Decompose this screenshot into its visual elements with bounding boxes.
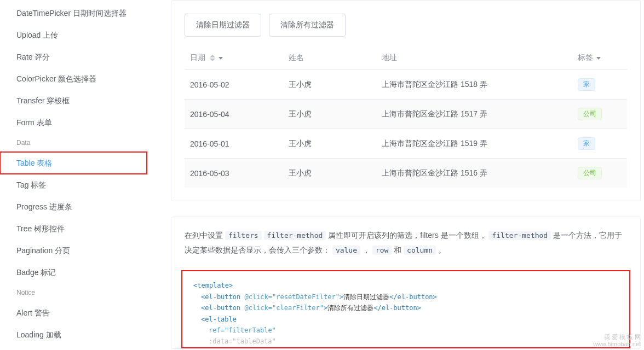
th-tag[interactable]: 标签	[572, 46, 627, 70]
watermark: 我 爱 模 板 网 www.5imoban.net	[593, 334, 641, 348]
cell-tag: 家	[572, 129, 627, 159]
code-token: ref	[209, 326, 221, 334]
cell-address: 上海市普陀区金沙江路 1516 弄	[376, 159, 572, 188]
desc-text-part: ，	[363, 246, 370, 254]
nav-tag[interactable]: Tag 标签	[16, 174, 161, 196]
code-tag-filters: filters	[225, 231, 262, 240]
code-tag-row: row	[372, 246, 392, 255]
cell-date: 2016-05-02	[185, 70, 283, 100]
code-token: 清除所有过滤器	[327, 304, 373, 312]
table-row: 2016-05-03王小虎上海市普陀区金沙江路 1516 弄公司	[185, 159, 627, 188]
code-token: ="filterTable"	[221, 326, 276, 334]
watermark-line: www.5imoban.net	[593, 341, 641, 348]
code-tag-column: column	[404, 246, 436, 255]
code-token: <el-button	[201, 304, 240, 312]
cell-date: 2016-05-03	[185, 159, 283, 188]
cell-name: 王小虎	[283, 70, 376, 100]
nav-alert[interactable]: Alert 警告	[16, 302, 161, 324]
cell-name: 王小虎	[283, 129, 376, 159]
code-token: </el-button>	[389, 293, 437, 301]
clear-all-filter-button[interactable]: 清除所有过滤器	[269, 14, 346, 37]
code-token: <el-table	[201, 316, 237, 323]
code-token: @click="resetDateFilter"	[240, 293, 340, 301]
code-tag-filter-method-2: filter-method	[488, 231, 551, 240]
code-token: @click="clearFilter"	[240, 304, 324, 312]
nav-loading[interactable]: Loading 加载	[16, 324, 161, 346]
table-row: 2016-05-01王小虎上海市普陀区金沙江路 1519 弄家	[185, 129, 627, 159]
cell-tag: 家	[572, 70, 627, 100]
filter-icon[interactable]	[596, 57, 601, 60]
th-tag-label: 标签	[578, 53, 593, 62]
main-content: 清除日期过滤器 清除所有过滤器 日期 姓名 地址 标签	[161, 0, 644, 349]
tag-badge: 家	[578, 78, 595, 91]
tag-badge: 公司	[578, 108, 602, 120]
description-text: 在列中设置 filters filter-method 属性即可开启该列的筛选，…	[185, 228, 627, 257]
nav-table[interactable]: Table 表格	[0, 152, 147, 174]
code-token: 清除日期过滤器	[343, 293, 389, 301]
nav-upload[interactable]: Upload 上传	[16, 24, 161, 46]
description-card: 在列中设置 filters filter-method 属性即可开启该列的筛选，…	[171, 217, 641, 349]
nav-rate[interactable]: Rate 评分	[16, 46, 161, 68]
table-row: 2016-05-02王小虎上海市普陀区金沙江路 1518 弄家	[185, 70, 627, 100]
code-token: </el-button>	[373, 304, 421, 312]
code-token: <el-button	[201, 293, 240, 301]
nav-datetimepicker[interactable]: DateTimePicker 日期时间选择器	[16, 2, 161, 24]
code-block: <template> <el-button @click="resetDateF…	[181, 270, 630, 348]
cell-address: 上海市普陀区金沙江路 1518 弄	[376, 70, 572, 100]
code-tag-filter-method: filter-method	[264, 231, 326, 240]
cell-address: 上海市普陀区金沙江路 1519 弄	[376, 129, 572, 159]
tag-badge: 公司	[578, 167, 602, 179]
th-date[interactable]: 日期	[185, 46, 283, 70]
watermark-line: 我 爱 模 板 网	[593, 334, 641, 341]
th-name: 姓名	[283, 46, 376, 70]
nav-tree[interactable]: Tree 树形控件	[16, 218, 161, 240]
tag-badge: 家	[578, 137, 595, 150]
code-token: ="tableData"	[228, 337, 276, 345]
nav-transfer[interactable]: Transfer 穿梭框	[16, 90, 161, 112]
data-table: 日期 姓名 地址 标签 2016-05-02王小虎上海市普陀区金沙江路 1518…	[185, 46, 627, 188]
desc-text-part: 。	[438, 246, 446, 254]
demo-card: 清除日期过滤器 清除所有过滤器 日期 姓名 地址 标签	[171, 0, 641, 201]
cell-address: 上海市普陀区金沙江路 1517 弄	[376, 100, 572, 129]
desc-text-part: 在列中设置	[185, 231, 223, 240]
nav-progress[interactable]: Progress 进度条	[16, 196, 161, 218]
nav-form[interactable]: Form 表单	[16, 112, 161, 133]
nav-group-notice: Notice	[16, 283, 161, 302]
nav-group-data: Data	[16, 133, 161, 152]
sort-icon[interactable]	[210, 55, 215, 61]
cell-tag: 公司	[572, 100, 627, 129]
reset-date-filter-button[interactable]: 清除日期过滤器	[185, 14, 261, 37]
nav-badge[interactable]: Badge 标记	[16, 261, 161, 283]
cell-date: 2016-05-01	[185, 129, 283, 159]
desc-text-part: 属性即可开启该列的筛选，filters 是一个数组，	[328, 231, 486, 240]
cell-tag: 公司	[572, 159, 627, 188]
cell-name: 王小虎	[283, 159, 376, 188]
filter-icon[interactable]	[219, 57, 223, 60]
sidebar: DateTimePicker 日期时间选择器 Upload 上传 Rate 评分…	[0, 0, 161, 349]
table-row: 2016-05-04王小虎上海市普陀区金沙江路 1517 弄公司	[185, 100, 627, 129]
code-token: <template>	[193, 282, 233, 289]
nav-colorpicker[interactable]: ColorPicker 颜色选择器	[16, 68, 161, 90]
th-address: 地址	[376, 46, 572, 70]
desc-text-part: 和	[394, 246, 401, 254]
cell-name: 王小虎	[283, 100, 376, 129]
code-token: :data	[209, 337, 228, 345]
th-date-label: 日期	[190, 53, 205, 62]
code-tag-value: value	[332, 246, 360, 255]
nav-pagination[interactable]: Pagination 分页	[16, 240, 161, 261]
cell-date: 2016-05-04	[185, 100, 283, 129]
